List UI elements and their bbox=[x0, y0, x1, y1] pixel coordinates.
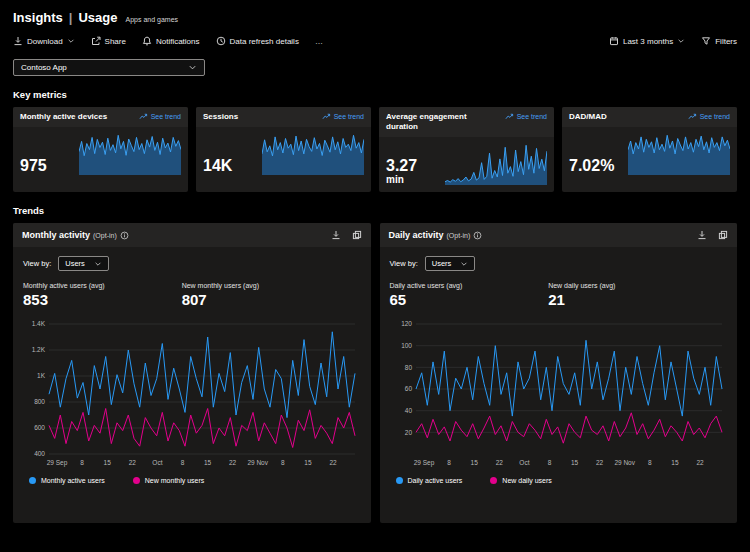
more-button[interactable]: … bbox=[315, 37, 323, 46]
calendar-icon bbox=[609, 36, 619, 46]
download-label: Download bbox=[27, 37, 63, 46]
view-by-row: View by: Users bbox=[390, 256, 728, 271]
trend-card-body: View by: Users Monthly active users (avg… bbox=[13, 247, 371, 494]
svg-text:15: 15 bbox=[570, 459, 578, 466]
trend-card-actions bbox=[331, 230, 362, 240]
svg-text:40: 40 bbox=[404, 407, 412, 414]
share-button[interactable]: Share bbox=[91, 36, 126, 46]
chevron-down-icon bbox=[67, 37, 75, 45]
legend-label: New monthly users bbox=[145, 477, 205, 484]
notifications-icon bbox=[142, 36, 152, 46]
stat-new-monthly-users: New monthly users (avg) 807 bbox=[182, 282, 341, 308]
legend-dot bbox=[29, 477, 36, 484]
sparkline-chart bbox=[628, 131, 730, 175]
legend-label: New daily users bbox=[502, 477, 551, 484]
metric-card-body: 7.02% bbox=[562, 127, 737, 182]
command-bar-right: Last 3 months Filters bbox=[609, 36, 737, 46]
monthly-activity-card: Monthly activity (Opt-in) View by: Users bbox=[13, 223, 371, 523]
view-by-row: View by: Users bbox=[23, 256, 361, 271]
notifications-label: Notifications bbox=[156, 37, 200, 46]
see-trend-label: See trend bbox=[334, 113, 364, 120]
filters-label: Filters bbox=[715, 37, 737, 46]
trend-card-actions bbox=[697, 230, 728, 240]
svg-text:29 Sep: 29 Sep bbox=[413, 459, 434, 467]
date-range-button[interactable]: Last 3 months bbox=[609, 36, 685, 46]
trend-icon bbox=[505, 112, 514, 121]
daily-activity-card: Daily activity (Opt-in) View by: Users bbox=[380, 223, 738, 523]
optin-label: (Opt-in) bbox=[93, 232, 117, 239]
metric-value: 975 bbox=[20, 158, 47, 175]
metric-card-average-engagement-duration: Average engagement duration See trend 3.… bbox=[379, 107, 554, 192]
svg-text:22: 22 bbox=[595, 459, 603, 466]
command-bar: Download Share Notifications Data refres… bbox=[13, 36, 737, 46]
metric-title: Average engagement duration bbox=[386, 112, 486, 132]
svg-text:600: 600 bbox=[34, 424, 45, 431]
svg-text:60: 60 bbox=[404, 385, 412, 392]
metric-title: Sessions bbox=[203, 112, 238, 122]
trend-icon bbox=[139, 112, 148, 121]
notifications-button[interactable]: Notifications bbox=[142, 36, 200, 46]
data-refresh-icon bbox=[216, 36, 226, 46]
metric-card-body: 14K bbox=[196, 127, 371, 182]
stat-label: New monthly users (avg) bbox=[182, 282, 341, 289]
trend-icon bbox=[322, 112, 331, 121]
view-by-label: View by: bbox=[390, 259, 418, 268]
trend-card-header: Daily activity (Opt-in) bbox=[380, 223, 738, 247]
download-icon[interactable] bbox=[331, 230, 341, 240]
svg-text:1K: 1K bbox=[37, 372, 46, 379]
download-button[interactable]: Download bbox=[13, 36, 75, 46]
page-section-title: Usage bbox=[78, 10, 117, 25]
svg-text:8: 8 bbox=[181, 459, 185, 466]
metric-title: Monthly active devices bbox=[20, 112, 107, 122]
svg-text:8: 8 bbox=[547, 459, 551, 466]
key-metrics-heading: Key metrics bbox=[13, 89, 737, 100]
svg-text:20: 20 bbox=[404, 429, 412, 436]
share-label: Share bbox=[105, 37, 126, 46]
share-icon bbox=[91, 36, 101, 46]
legend-label: Monthly active users bbox=[41, 477, 105, 484]
optin-label: (Opt-in) bbox=[447, 232, 471, 239]
chart-legend: Daily active users New daily users bbox=[390, 477, 728, 484]
see-trend-link[interactable]: See trend bbox=[505, 112, 547, 121]
metric-card-body: 975 bbox=[13, 127, 188, 182]
view-by-label: View by: bbox=[23, 259, 51, 268]
legend-dot bbox=[490, 477, 497, 484]
info-icon[interactable] bbox=[120, 231, 129, 240]
chevron-down-icon bbox=[677, 37, 685, 45]
app-selector[interactable]: Contoso App bbox=[13, 59, 205, 76]
legend-dot bbox=[396, 477, 403, 484]
trend-card-title: Daily activity bbox=[389, 230, 444, 240]
insights-usage-page: Insights | Usage Apps and games Download… bbox=[0, 0, 750, 523]
see-trend-link[interactable]: See trend bbox=[139, 112, 181, 121]
stat-value: 853 bbox=[23, 291, 182, 308]
legend-item: New monthly users bbox=[133, 477, 205, 484]
download-icon[interactable] bbox=[697, 230, 707, 240]
see-trend-label: See trend bbox=[517, 113, 547, 120]
legend-item: New daily users bbox=[490, 477, 551, 484]
see-trend-link[interactable]: See trend bbox=[322, 112, 364, 121]
svg-text:8: 8 bbox=[281, 459, 285, 466]
title-separator: | bbox=[69, 10, 73, 25]
svg-text:120: 120 bbox=[401, 320, 412, 327]
view-by-selector[interactable]: Users bbox=[58, 256, 109, 271]
svg-text:1.2K: 1.2K bbox=[32, 346, 46, 353]
svg-text:800: 800 bbox=[34, 398, 45, 405]
metric-value: 7.02% bbox=[569, 158, 614, 175]
see-trend-link[interactable]: See trend bbox=[688, 112, 730, 121]
svg-text:29 Nov: 29 Nov bbox=[614, 459, 635, 466]
svg-text:22: 22 bbox=[329, 459, 337, 466]
info-icon[interactable] bbox=[473, 231, 482, 240]
copy-icon[interactable] bbox=[718, 230, 728, 240]
svg-text:1.4K: 1.4K bbox=[32, 320, 46, 327]
chevron-down-icon bbox=[460, 260, 468, 268]
metric-title: DAD/MAD bbox=[569, 112, 607, 122]
data-refresh-details-button[interactable]: Data refresh details bbox=[216, 36, 299, 46]
stat-value: 21 bbox=[548, 291, 707, 308]
filters-button[interactable]: Filters bbox=[701, 36, 737, 46]
copy-icon[interactable] bbox=[352, 230, 362, 240]
view-by-value: Users bbox=[65, 259, 85, 268]
legend-label: Daily active users bbox=[408, 477, 463, 484]
more-label: … bbox=[315, 37, 323, 46]
view-by-selector[interactable]: Users bbox=[425, 256, 476, 271]
trend-card-title: Monthly activity bbox=[22, 230, 90, 240]
